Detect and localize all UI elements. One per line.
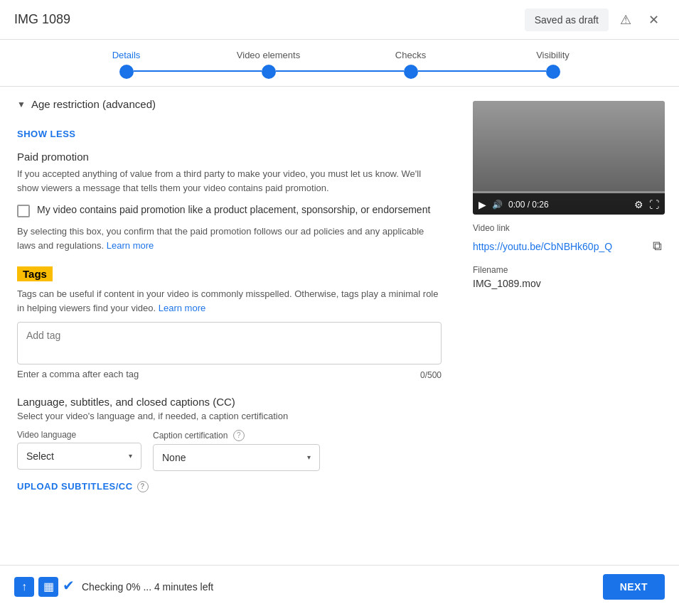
sidebar: ▶ 🔊 0:00 / 0:26 ⚙ ⛶ Video link https://y… (459, 87, 679, 565)
tag-hint: Enter a comma after each tag (17, 367, 139, 382)
upload-subtitles-help-icon[interactable]: ? (137, 481, 149, 492)
tags-desc-text: Tags can be useful if content in your vi… (17, 288, 439, 313)
chevron-down-icon: ▼ (17, 99, 26, 109)
main-content: ▼ Age restriction (advanced) SHOW LESS P… (0, 87, 679, 565)
step-visibility[interactable]: Visibility (482, 50, 624, 79)
filename-section: Filename IMG_1089.mov (473, 265, 665, 289)
step-details[interactable]: Details (55, 50, 198, 79)
step-label-checks: Checks (395, 50, 426, 60)
language-title: Language, subtitles, and closed captions… (17, 396, 442, 408)
saved-draft-button[interactable]: Saved as draft (525, 9, 609, 31)
play-button[interactable]: ▶ (478, 199, 486, 210)
caption-certification-select[interactable]: None ▾ (153, 444, 320, 471)
tag-input[interactable] (26, 330, 432, 341)
bottom-bar: ↑ ▦ ✔ Checking 0% ... 4 minutes left NEX… (0, 565, 679, 607)
content-area: ▼ Age restriction (advanced) SHOW LESS P… (0, 87, 459, 565)
caption-value: None (162, 452, 186, 463)
caption-chevron-icon: ▾ (307, 453, 311, 461)
step-circle-visibility (546, 65, 560, 79)
next-button[interactable]: NEXT (603, 574, 665, 600)
tags-label: Tags (17, 266, 53, 281)
paid-promotion-section: Paid promotion If you accepted anything … (0, 151, 459, 266)
language-description: Select your video's language and, if nee… (17, 411, 442, 421)
video-preview[interactable]: ▶ 🔊 0:00 / 0:26 ⚙ ⛶ (473, 101, 665, 215)
filename-label: Filename (473, 265, 665, 275)
step-circle-video-elements (262, 65, 276, 79)
step-label-visibility: Visibility (536, 50, 570, 60)
video-link-row: https://youtu.be/CbNBHk60p_Q ⧉ (473, 236, 665, 256)
close-button[interactable]: ✕ (643, 9, 665, 31)
age-restriction-label: Age restriction (advanced) (31, 98, 156, 110)
show-less-button[interactable]: SHOW LESS (0, 129, 459, 151)
header: IMG 1089 Saved as draft ⚠ ✕ (0, 0, 679, 40)
upload-arrow-icon: ↑ (21, 580, 27, 593)
video-controls: ▶ 🔊 0:00 / 0:26 ⚙ ⛶ (473, 195, 665, 215)
tag-input-container[interactable] (17, 322, 442, 364)
language-section: Language, subtitles, and closed captions… (0, 396, 459, 507)
stepper: Details Video elements Checks Visibility (0, 40, 679, 87)
paid-promotion-description: If you accepted anything of value from a… (17, 167, 442, 195)
video-link-label: Video link (473, 223, 665, 233)
paid-promotion-learn-more[interactable]: Learn more (107, 240, 154, 251)
paid-promotion-checkbox-row: My video contains paid promotion like a … (17, 203, 442, 217)
caption-certification-group: Caption certification ? None ▾ (153, 430, 320, 471)
settings-button[interactable]: ⚙ (634, 199, 643, 210)
tags-description: Tags can be useful if content in your vi… (17, 287, 442, 315)
step-video-elements[interactable]: Video elements (198, 50, 340, 79)
volume-button[interactable]: 🔊 (492, 200, 503, 210)
filename-value: IMG_1089.mov (473, 278, 665, 289)
paid-promotion-checkbox[interactable] (17, 205, 30, 217)
status-text: Checking 0% ... 4 minutes left (82, 581, 213, 593)
tags-section: Tags Tags can be useful if content in yo… (0, 266, 459, 396)
video-language-select[interactable]: Select ▾ (17, 443, 141, 470)
step-circle-checks (404, 65, 418, 79)
schedule-icon: ▦ (38, 577, 58, 597)
video-link-url[interactable]: https://youtu.be/CbNBHk60p_Q (473, 241, 612, 252)
step-circle-details (119, 65, 134, 79)
paid-promotion-checkbox-label: My video contains paid promotion like a … (37, 203, 430, 217)
step-line-2 (276, 70, 404, 72)
upload-icon: ↑ (14, 577, 34, 597)
policy-text-content: By selecting this box, you confirm that … (17, 226, 424, 251)
warning-button[interactable]: ⚠ (614, 9, 637, 31)
header-actions: Saved as draft ⚠ ✕ (525, 9, 665, 31)
video-language-chevron-icon: ▾ (129, 452, 132, 460)
schedule-grid-icon: ▦ (43, 580, 54, 593)
paid-promotion-title: Paid promotion (17, 151, 442, 163)
step-line-3 (418, 70, 546, 72)
check-icon: ✔ (63, 577, 75, 597)
step-line-1 (134, 70, 262, 72)
video-language-group: Video language Select ▾ (17, 430, 141, 470)
copy-link-button[interactable]: ⧉ (650, 236, 665, 256)
step-label-video-elements: Video elements (237, 50, 300, 60)
warning-icon: ⚠ (620, 13, 631, 27)
tag-counter: 0/500 (420, 370, 442, 382)
caption-label: Caption certification ? (153, 430, 320, 441)
svg-rect-3 (473, 191, 665, 193)
age-restriction-header[interactable]: ▼ Age restriction (advanced) (17, 98, 442, 110)
upload-subtitles-label: UPLOAD SUBTITLES/CC (17, 481, 133, 492)
close-icon: ✕ (648, 13, 659, 27)
caption-help-icon[interactable]: ? (233, 430, 245, 441)
age-restriction-section: ▼ Age restriction (advanced) (0, 87, 459, 129)
policy-text: By selecting this box, you confirm that … (17, 225, 442, 252)
copy-icon: ⧉ (653, 239, 662, 253)
video-link-section: Video link https://youtu.be/CbNBHk60p_Q … (473, 223, 665, 256)
bottom-left: ↑ ▦ ✔ Checking 0% ... 4 minutes left (14, 577, 213, 597)
step-checks[interactable]: Checks (340, 50, 482, 79)
language-dropdowns-row: Video language Select ▾ Caption certific… (17, 430, 442, 471)
upload-subtitles-button[interactable]: UPLOAD SUBTITLES/CC ? (17, 481, 442, 492)
page-title: IMG 1089 (14, 12, 70, 27)
fullscreen-button[interactable]: ⛶ (649, 199, 659, 210)
video-language-value: Select (26, 450, 54, 462)
step-label-details: Details (112, 50, 141, 60)
status-icons: ↑ ▦ ✔ (14, 577, 75, 597)
tags-learn-more[interactable]: Learn more (159, 303, 205, 313)
video-language-label: Video language (17, 430, 141, 440)
time-display: 0:00 / 0:26 (508, 200, 629, 210)
